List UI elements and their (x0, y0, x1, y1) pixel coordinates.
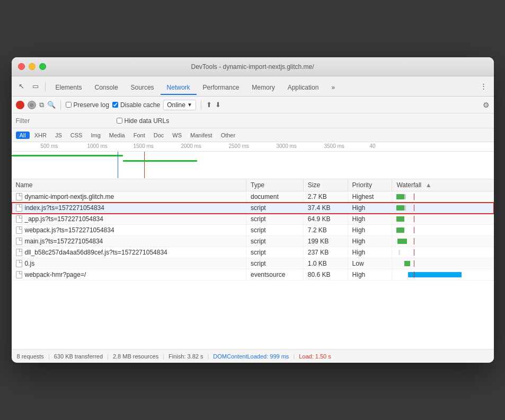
col-priority[interactable]: Priority (348, 179, 392, 191)
status-dcl: DOMContentLoaded: 999 ms (213, 353, 289, 360)
waterfall-bar (394, 260, 491, 267)
waterfall-segment (398, 250, 401, 255)
tab-sources[interactable]: Sources (125, 81, 161, 95)
waterfall-segment (396, 194, 404, 199)
minimize-button[interactable] (29, 63, 36, 70)
table-row[interactable]: main.js?ts=1572271054834script199 KBHigh (12, 236, 494, 247)
cell-priority: High (348, 247, 392, 258)
filter-js[interactable]: JS (51, 132, 66, 139)
cell-type: eventsource (246, 269, 304, 281)
waterfall-bar (394, 238, 491, 244)
filter-type-bar: All XHR JS CSS Img Media Font Doc WS Man… (12, 128, 494, 142)
waterfall-bar (394, 205, 491, 211)
status-resources: 2.8 MB resources (113, 353, 158, 360)
tab-performance[interactable]: Performance (197, 81, 246, 95)
close-button[interactable] (18, 63, 25, 70)
preserve-log-checkbox[interactable] (66, 102, 72, 108)
file-icon (16, 204, 22, 212)
file-icon (16, 215, 22, 223)
filter-ws[interactable]: WS (169, 132, 185, 139)
table-row[interactable]: webpack.js?ts=1572271054834script7.2 KBH… (12, 225, 494, 236)
network-toolbar: ⊘ ⧉ 🔍 Preserve log Disable cache Online … (12, 97, 494, 113)
file-icon (16, 193, 22, 200)
cell-waterfall (392, 247, 494, 258)
network-toolbar-sep (60, 100, 61, 110)
cell-size: 2.7 KB (303, 191, 348, 203)
cell-size: 64.9 KB (303, 214, 348, 225)
filter-img[interactable]: Img (87, 132, 104, 139)
hide-data-urls-checkbox[interactable] (117, 118, 122, 124)
filter-css[interactable]: CSS (67, 132, 86, 139)
disable-cache-label[interactable]: Disable cache (112, 101, 160, 109)
cell-type: script (246, 247, 304, 258)
filter-icon[interactable]: ⧉ (39, 101, 44, 109)
settings-icon[interactable]: ⚙ (483, 101, 490, 109)
ruler-mark-0: 500 ms (41, 143, 58, 149)
file-icon (16, 271, 22, 278)
tab-application[interactable]: Application (281, 81, 325, 95)
tab-memory[interactable]: Memory (245, 81, 281, 95)
cell-priority: Highest (348, 191, 392, 203)
cell-waterfall (392, 214, 494, 225)
tab-more[interactable]: » (325, 81, 341, 95)
file-icon (16, 249, 22, 256)
waterfall-bar (394, 249, 491, 256)
filter-media[interactable]: Media (105, 132, 129, 139)
stop-button[interactable]: ⊘ (28, 101, 36, 109)
title-bar: DevTools - dynamic-import-nextjs.glitch.… (12, 57, 494, 76)
filter-input[interactable] (16, 117, 58, 125)
device-icon[interactable]: ▭ (30, 81, 41, 92)
ruler-mark-7: 40 (370, 143, 376, 149)
devtools-window: DevTools - dynamic-import-nextjs.glitch.… (12, 57, 494, 363)
cell-priority: High (348, 236, 392, 247)
maximize-button[interactable] (39, 63, 46, 70)
preserve-log-label[interactable]: Preserve log (66, 101, 109, 109)
table-header: Name Type Size Priority Waterfall ▲ (12, 179, 494, 191)
download-icon[interactable]: ⬇ (215, 101, 221, 109)
filter-other[interactable]: Other (217, 132, 240, 139)
search-icon[interactable]: 🔍 (47, 101, 56, 109)
tab-console[interactable]: Console (88, 81, 125, 95)
filter-doc[interactable]: Doc (150, 132, 168, 139)
load-marker-line (414, 216, 414, 222)
cell-type: script (246, 258, 304, 269)
col-waterfall[interactable]: Waterfall ▲ (392, 179, 494, 191)
cursor-icon[interactable]: ↖ (16, 81, 28, 92)
status-bar: 8 requests | 630 KB transferred | 2.8 MB… (12, 349, 494, 363)
load-marker-line (414, 194, 414, 200)
filter-all[interactable]: All (16, 132, 30, 139)
filter-font[interactable]: Font (130, 132, 149, 139)
status-load: Load: 1.50 s (299, 353, 331, 360)
cell-type: script (246, 214, 304, 225)
col-size[interactable]: Size (303, 179, 348, 191)
cell-name: dynamic-import-nextjs.glitch.me (12, 191, 246, 203)
table-row[interactable]: index.js?ts=1572271054834script37.4 KBHi… (12, 203, 494, 214)
sort-icon: ▲ (426, 181, 432, 189)
cell-priority: High (348, 269, 392, 281)
table-row[interactable]: webpack-hmr?page=/eventsource80.6 KBHigh (12, 269, 494, 281)
tab-elements[interactable]: Elements (49, 81, 88, 95)
record-button[interactable] (16, 101, 24, 109)
throttle-dropdown[interactable]: Online ▼ (163, 100, 196, 110)
col-type[interactable]: Type (246, 179, 304, 191)
table-row[interactable]: dynamic-import-nextjs.glitch.medocument2… (12, 191, 494, 203)
col-name[interactable]: Name (12, 179, 246, 191)
cell-size: 37.4 KB (303, 203, 348, 214)
disable-cache-checkbox[interactable] (112, 102, 118, 108)
cell-name: webpack.js?ts=1572271054834 (12, 225, 246, 236)
filter-xhr[interactable]: XHR (31, 132, 50, 139)
filter-manifest[interactable]: Manifest (187, 132, 216, 139)
ruler-mark-5: 3000 ms (277, 143, 297, 149)
file-icon (16, 260, 22, 267)
traffic-lights (18, 63, 46, 70)
tab-network[interactable]: Network (161, 81, 197, 95)
waterfall-segment (404, 205, 406, 211)
table-row[interactable]: _app.js?ts=1572271054834script64.9 KBHig… (12, 214, 494, 225)
upload-icon[interactable]: ⬆ (206, 101, 212, 109)
table-row[interactable]: 0.jsscript1.0 KBLow (12, 258, 494, 269)
network-sep2 (201, 100, 201, 110)
more-options-icon[interactable]: ⋮ (478, 81, 490, 92)
table-row[interactable]: dll_b58c257da4aa56d89cef.js?ts=157227105… (12, 247, 494, 258)
cell-name: dll_b58c257da4aa56d89cef.js?ts=157227105… (12, 247, 246, 258)
load-marker-line (414, 227, 414, 233)
